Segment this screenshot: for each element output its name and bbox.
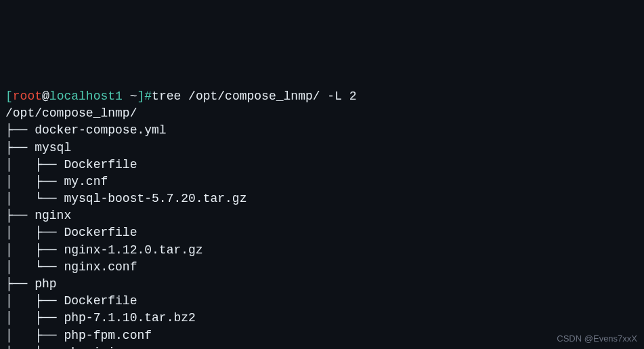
prompt-bracket-open: [ <box>5 89 13 103</box>
tree-branch: ├── <box>5 141 35 155</box>
file-entry: php-fpm.conf <box>64 329 152 342</box>
tree-branch: │ ├── <box>5 311 64 325</box>
file-entry: Dockerfile <box>64 226 137 239</box>
prompt-user: root <box>13 89 42 103</box>
command-option: -L 2 <box>327 89 356 103</box>
tree-branch: │ ├── <box>5 346 64 349</box>
tree-branch: │ ├── <box>5 329 64 342</box>
watermark-text: CSDN @Evens7xxX <box>557 333 637 345</box>
terminal-output: [root@localhost1 ~]#tree /opt/compose_ln… <box>5 71 639 349</box>
file-entry: php.ini <box>64 346 115 349</box>
file-entry: Dockerfile <box>64 294 137 308</box>
tree-branch: ├── <box>5 209 35 222</box>
tree-branch: │ ├── <box>5 243 64 257</box>
tree-branch: │ ├── <box>5 158 64 171</box>
dir-entry: php <box>35 277 56 291</box>
command-text: tree /opt/compose_lnmp/ <box>152 89 327 103</box>
prompt-host: localhost1 <box>49 89 123 103</box>
tree-branch: │ └── <box>5 192 64 205</box>
file-entry: docker-compose.yml <box>35 123 166 137</box>
file-entry: php-7.1.10.tar.bz2 <box>64 311 195 325</box>
prompt-bracket-close: ]# <box>137 89 152 103</box>
file-entry: nginx-1.12.0.tar.gz <box>64 243 202 257</box>
file-entry: nginx.conf <box>64 260 137 274</box>
dir-entry: mysql <box>35 141 71 155</box>
tree-branch: │ ├── <box>5 226 64 239</box>
dir-entry: nginx <box>35 209 71 222</box>
tree-branch: │ ├── <box>5 294 64 308</box>
tree-branch: │ ├── <box>5 175 64 188</box>
tree-branch: │ └── <box>5 260 64 274</box>
tree-branch: ├── <box>5 123 35 137</box>
root-path: /opt/compose_lnmp/ <box>5 106 137 120</box>
prompt-path: ~ <box>123 89 137 103</box>
tree-branch: ├── <box>5 277 35 291</box>
file-entry: my.cnf <box>64 175 108 188</box>
file-entry: Dockerfile <box>64 158 137 171</box>
prompt-at: @ <box>42 89 49 103</box>
file-entry: mysql-boost-5.7.20.tar.gz <box>64 192 246 205</box>
